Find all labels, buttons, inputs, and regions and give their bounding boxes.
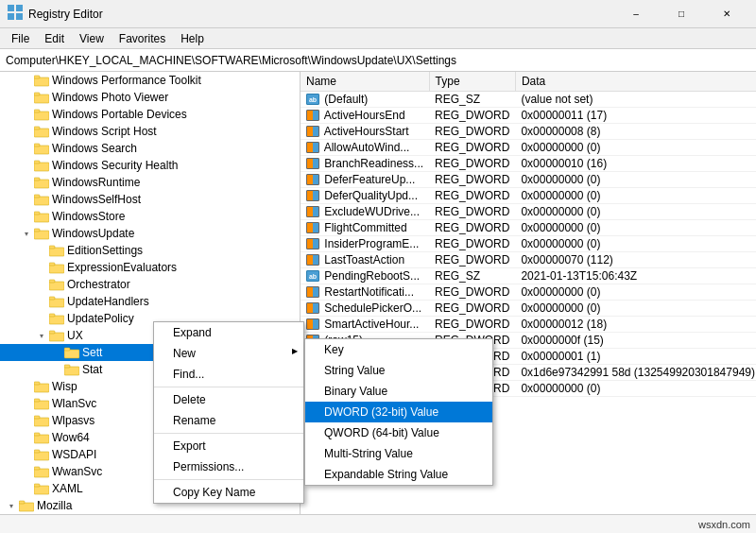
menu-help[interactable]: Help — [173, 30, 212, 47]
folder-icon — [49, 312, 64, 325]
svg-rect-50 — [34, 469, 49, 477]
menu-favorites[interactable]: Favorites — [112, 30, 173, 47]
table-row[interactable]: SmartActiveHour...REG_DWORD0x00000012 (1… — [301, 316, 756, 332]
folder-icon — [34, 227, 49, 240]
folder-icon — [49, 261, 64, 274]
value-name: ab PendingRebootS... — [301, 267, 429, 284]
title-text: Registry Editor — [28, 8, 103, 21]
reg-dword-icon — [306, 110, 319, 121]
table-row[interactable]: FlightCommittedREG_DWORD0x00000000 (0) — [301, 219, 756, 235]
tree-item-label: EditionSettings — [67, 244, 143, 257]
ctx-item-new[interactable]: New — [154, 343, 303, 364]
maximize-button[interactable]: □ — [660, 0, 703, 28]
table-row[interactable]: SchedulePickerO...REG_DWORD0x00000000 (0… — [301, 300, 756, 316]
folder-icon — [34, 380, 49, 393]
table-row[interactable]: AllowAutoWind...REG_DWORD0x00000000 (0) — [301, 139, 756, 155]
svg-rect-35 — [49, 331, 55, 334]
tree-item[interactable]: ▾ WindowsUpdate — [0, 225, 300, 242]
sub-item-binary-value[interactable]: Binary Value — [305, 381, 492, 402]
svg-rect-29 — [49, 280, 55, 283]
table-row[interactable]: ActiveHoursEndREG_DWORD0x00000011 (17) — [301, 107, 756, 123]
table-row[interactable]: ab (Default)REG_SZ(value not set) — [301, 91, 756, 107]
value-name: LastToastAction — [301, 251, 429, 267]
svg-rect-13 — [34, 144, 40, 146]
folder-icon — [34, 159, 49, 172]
menu-bar: File Edit View Favorites Help — [0, 28, 756, 49]
sub-item-multi-string-value[interactable]: Multi-String Value — [305, 443, 492, 464]
ctx-item-expand[interactable]: Expand — [154, 322, 303, 343]
tree-item-label: Sett — [82, 346, 102, 359]
svg-rect-41 — [34, 382, 40, 385]
col-type: Type — [429, 72, 515, 91]
tree-item-label: Wlpasvs — [52, 414, 94, 427]
menu-edit[interactable]: Edit — [37, 30, 72, 47]
reg-dword-icon — [306, 126, 319, 137]
ctx-item-copy-key-name[interactable]: Copy Key Name — [154, 482, 303, 503]
sub-item-dword-value[interactable]: DWORD (32-bit) Value — [305, 402, 492, 422]
reg-sz-icon: ab — [306, 270, 319, 282]
value-name: InsiderProgramE... — [301, 235, 429, 251]
col-data: Data — [515, 72, 756, 91]
reg-dword-icon — [306, 318, 319, 330]
sub-item-qword-value[interactable]: QWORD (64-bit) Value — [305, 422, 492, 443]
tree-item[interactable]: Windows Photo Viewer — [0, 89, 300, 106]
ctx-item-export[interactable]: Export — [154, 436, 303, 456]
tree-expand-icon[interactable]: ▾ — [34, 332, 49, 340]
sub-item-string-value[interactable]: String Value — [305, 360, 492, 381]
tree-item[interactable]: WindowsRuntime — [0, 174, 300, 191]
tree-item-label: Windows Search — [52, 142, 137, 155]
tree-item[interactable]: Windows Performance Toolkit — [0, 72, 300, 89]
tree-item[interactable]: Windows Portable Devices — [0, 106, 300, 123]
table-row[interactable]: ActiveHoursStartREG_DWORD0x00000008 (8) — [301, 123, 756, 139]
value-data: (value not set) — [515, 91, 756, 107]
tree-item[interactable]: Orchestrator — [0, 276, 300, 293]
tree-item[interactable]: ExpressionEvaluators — [0, 259, 300, 276]
table-row[interactable]: ab PendingRebootS...REG_SZ2021-01-13T15:… — [301, 267, 756, 284]
table-row[interactable]: InsiderProgramE...REG_DWORD0x00000000 (0… — [301, 235, 756, 251]
table-row[interactable]: LastToastActionREG_DWORD0x00000070 (112) — [301, 251, 756, 267]
ctx-item-permissions[interactable]: Permissions... — [154, 456, 303, 477]
tree-item[interactable]: UpdateHandlers — [0, 293, 300, 310]
tree-item-label: Windows Security Health — [52, 159, 178, 172]
tree-item[interactable]: Windows Search — [0, 140, 300, 157]
tree-item[interactable]: EditionSettings — [0, 242, 300, 259]
tree-item[interactable]: Windows Script Host — [0, 123, 300, 140]
ctx-item-delete[interactable]: Delete — [154, 389, 303, 410]
value-type: REG_DWORD — [429, 139, 515, 155]
value-data: 2021-01-13T15:06:43Z — [515, 267, 756, 284]
svg-rect-17 — [34, 178, 40, 181]
tree-item-label: Orchestrator — [67, 278, 130, 291]
sub-item-expandable-string-value[interactable]: Expandable String Value — [305, 464, 492, 485]
reg-dword-icon — [306, 222, 319, 233]
menu-file[interactable]: File — [4, 30, 37, 47]
value-type: REG_SZ — [429, 267, 515, 284]
table-row[interactable]: RestartNotificati...REG_DWORD0x00000000 … — [301, 284, 756, 300]
svg-rect-16 — [34, 180, 49, 188]
sub-item-key[interactable]: Key — [305, 339, 492, 360]
value-type: REG_DWORD — [429, 171, 515, 187]
svg-rect-25 — [49, 246, 55, 249]
tree-expand-icon[interactable]: ▾ — [19, 230, 34, 238]
svg-rect-39 — [64, 365, 70, 368]
table-row[interactable]: DeferQualityUpd...REG_DWORD0x00000000 (0… — [301, 187, 756, 203]
value-type: REG_DWORD — [429, 300, 515, 316]
tree-item[interactable]: Windows Security Health — [0, 157, 300, 174]
tree-expand-icon[interactable]: ▾ — [4, 502, 19, 510]
folder-icon — [64, 363, 79, 376]
minimize-button[interactable]: – — [614, 0, 658, 28]
ctx-item-find[interactable]: Find... — [154, 364, 303, 385]
svg-rect-9 — [34, 110, 40, 112]
table-row[interactable]: DeferFeatureUp...REG_DWORD0x00000000 (0) — [301, 171, 756, 187]
svg-rect-31 — [49, 297, 55, 300]
tree-item[interactable]: WindowsStore — [0, 208, 300, 225]
tree-item-label: Mozilla — [37, 499, 72, 512]
menu-view[interactable]: View — [72, 30, 112, 47]
folder-icon — [49, 329, 64, 342]
folder-icon — [34, 465, 49, 478]
table-row[interactable]: BranchReadiness...REG_DWORD0x00000010 (1… — [301, 155, 756, 171]
tree-item[interactable]: WindowsSelfHost — [0, 191, 300, 208]
table-row[interactable]: ExcludeWUDrive...REG_DWORD0x00000000 (0) — [301, 203, 756, 219]
ctx-item-rename[interactable]: Rename — [154, 410, 303, 431]
reg-dword-icon — [306, 286, 319, 298]
close-button[interactable]: ✕ — [705, 0, 748, 28]
